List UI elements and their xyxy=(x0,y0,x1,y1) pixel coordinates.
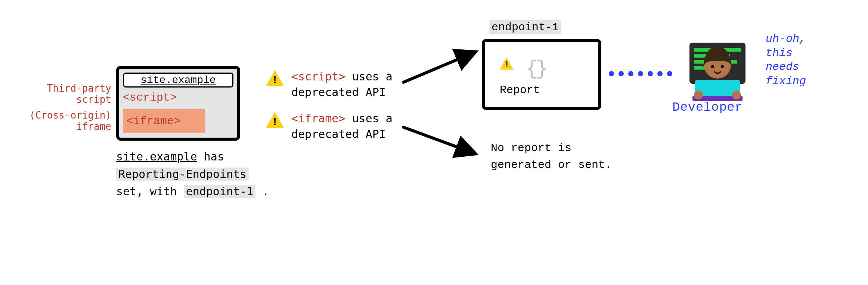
svg-point-6 xyxy=(711,65,714,68)
url-bar: site.example xyxy=(123,73,233,88)
warning-icon xyxy=(266,70,284,86)
caption-endpoint: endpoint-1 xyxy=(184,185,256,198)
msg1-line2: deprecated API xyxy=(291,86,386,99)
url-text: site.example xyxy=(140,74,216,86)
iframe-tag-text: <iframe> xyxy=(127,115,180,128)
msg1-code: <script> xyxy=(291,70,345,83)
msg2-line2: deprecated API xyxy=(291,128,386,141)
caption-set-with: set, with xyxy=(116,185,184,198)
code-braces-icon: {} xyxy=(526,58,546,80)
msg2-code: <iframe> xyxy=(291,112,345,125)
report-box: {} Report xyxy=(482,39,601,110)
message-iframe-deprecated: <iframe> uses a deprecated API xyxy=(291,111,433,142)
thought-l2: this xyxy=(766,46,840,61)
warning-icon xyxy=(500,58,513,70)
annotation-line: Third-party xyxy=(22,83,111,94)
caption-header: Reporting-Endpoints xyxy=(116,168,249,181)
caption-site: site.example xyxy=(116,150,197,163)
caption-has: has xyxy=(197,150,224,163)
developer-avatar xyxy=(678,39,760,104)
dotted-connector xyxy=(609,71,672,76)
thought-l4: fixing xyxy=(766,74,840,89)
browser-window: site.example <script> <iframe> xyxy=(116,66,240,141)
thought-l1: uh-oh, xyxy=(766,32,840,46)
annotation-line: (Cross-origin) xyxy=(22,110,111,121)
endpoint-label: endpoint-1 xyxy=(489,20,561,34)
caption-period: . xyxy=(255,185,269,198)
report-text: Report xyxy=(500,84,540,96)
iframe-box: <iframe> xyxy=(123,109,205,133)
developer-label: Developer xyxy=(672,100,743,114)
thought-l3: needs xyxy=(766,60,840,74)
script-tag-text: <script> xyxy=(123,91,177,104)
annotation-third-party-script: Third-party script xyxy=(22,83,111,105)
annotation-line: script xyxy=(22,94,111,105)
browser-caption: site.example has Reporting-Endpoints set… xyxy=(116,148,292,200)
svg-point-11 xyxy=(732,91,741,99)
msg1-rest: uses a xyxy=(345,70,393,83)
annotation-line: iframe xyxy=(22,121,111,132)
developer-thought: uh-oh, this needs fixing xyxy=(766,32,840,88)
svg-point-7 xyxy=(721,65,724,68)
msg2-rest: uses a xyxy=(345,112,393,125)
message-script-deprecated: <script> uses a deprecated API xyxy=(291,69,433,100)
annotation-cross-origin-iframe: (Cross-origin) iframe xyxy=(22,110,111,132)
no-report-l2: generated or sent. xyxy=(491,157,612,174)
warning-icon xyxy=(266,112,284,128)
no-report-text: No report is generated or sent. xyxy=(491,140,612,174)
svg-point-10 xyxy=(694,91,703,99)
no-report-l1: No report is xyxy=(491,140,612,157)
